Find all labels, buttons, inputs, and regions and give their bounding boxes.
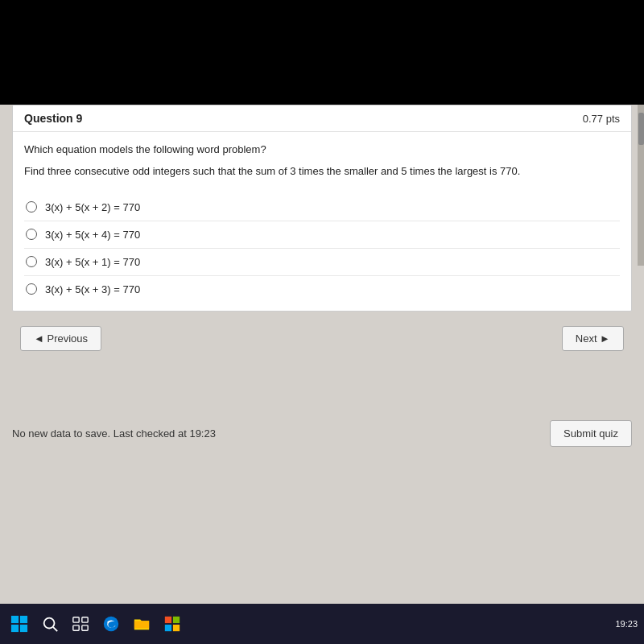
previous-button[interactable]: ◄ Previous — [20, 326, 101, 351]
windows-store-icon[interactable] — [159, 611, 185, 637]
svg-rect-3 — [20, 625, 27, 632]
question-description: Find three consecutive odd integers such… — [24, 163, 620, 180]
taskbar-time: 19:23 — [615, 619, 638, 629]
radio-b[interactable] — [26, 229, 37, 240]
svg-rect-11 — [165, 617, 171, 623]
question-prompt: Which equation models the following word… — [24, 143, 620, 155]
taskbar-right: 19:23 — [615, 619, 638, 629]
option-text-a: 3(x) + 5(x + 2) = 770 — [45, 201, 140, 213]
svg-rect-8 — [73, 625, 79, 630]
svg-point-10 — [104, 617, 118, 631]
answer-option-b[interactable]: 3(x) + 5(x + 4) = 770 — [24, 221, 620, 248]
radio-d[interactable] — [26, 283, 37, 295]
answer-option-d[interactable]: 3(x) + 5(x + 3) = 770 — [24, 275, 620, 303]
scroll-thumb — [638, 113, 644, 145]
taskbar: 19:23 — [0, 604, 644, 644]
option-text-d: 3(x) + 5(x + 3) = 770 — [45, 283, 140, 295]
navigation-area: ◄ Previous Next ► — [12, 315, 632, 362]
edge-browser-icon[interactable] — [98, 611, 124, 637]
svg-rect-7 — [82, 617, 88, 622]
file-explorer-icon[interactable] — [129, 611, 155, 637]
question-body: Which equation models the following word… — [13, 132, 631, 311]
svg-rect-14 — [173, 625, 180, 631]
svg-rect-0 — [11, 616, 19, 623]
option-text-c: 3(x) + 5(x + 1) = 770 — [45, 256, 140, 268]
svg-rect-12 — [173, 617, 180, 623]
question-title: Question 9 — [24, 112, 82, 125]
question-points: 0.77 pts — [583, 113, 620, 125]
question-card: Question 9 0.77 pts Which equation model… — [12, 105, 632, 312]
answer-option-a[interactable]: 3(x) + 5(x + 2) = 770 — [24, 194, 620, 221]
submit-quiz-button[interactable]: Submit quiz — [550, 420, 632, 447]
option-text-b: 3(x) + 5(x + 4) = 770 — [45, 229, 140, 241]
svg-rect-1 — [20, 616, 27, 623]
svg-line-5 — [53, 627, 57, 631]
save-status: No new data to save. Last checked at 19:… — [12, 427, 216, 440]
windows-start-button[interactable] — [6, 611, 32, 637]
svg-rect-2 — [11, 625, 19, 632]
scroll-indicator[interactable] — [638, 105, 644, 266]
task-view-button[interactable] — [68, 611, 93, 637]
next-button[interactable]: Next ► — [562, 326, 624, 351]
radio-c[interactable] — [26, 256, 37, 267]
svg-point-4 — [44, 618, 55, 629]
answer-option-c[interactable]: 3(x) + 5(x + 1) = 770 — [24, 248, 620, 275]
svg-rect-13 — [165, 625, 171, 631]
bottom-bar: No new data to save. Last checked at 19:… — [4, 412, 640, 455]
search-button[interactable] — [37, 611, 63, 637]
question-header: Question 9 0.77 pts — [13, 105, 631, 132]
svg-rect-6 — [73, 617, 79, 622]
svg-rect-9 — [82, 625, 88, 630]
answer-options: 3(x) + 5(x + 2) = 770 3(x) + 5(x + 4) = … — [24, 194, 620, 303]
radio-a[interactable] — [26, 201, 37, 213]
